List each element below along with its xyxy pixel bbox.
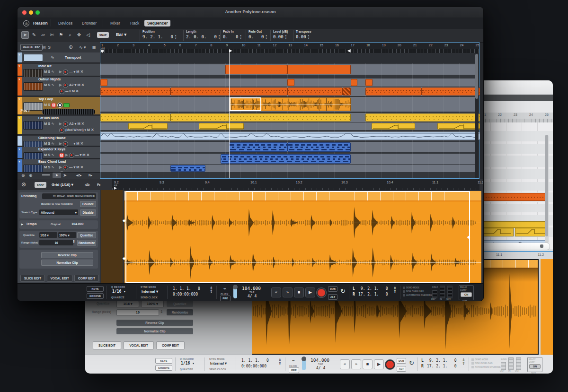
- back-vscroll-handle[interactable]: [545, 135, 548, 236]
- track-outrun-nights[interactable]: ▼Outrun NightsM S ∿▶ A2 ▾ M ✕— ▾ M ✕: [18, 77, 100, 96]
- lane-delete[interactable]: ✕: [87, 153, 89, 157]
- editor-ruler[interactable]: 9.29.39.410.110.210.310.411.111.24/4: [112, 179, 479, 191]
- clip[interactable]: [221, 154, 351, 164]
- edit-mode-tab-slice[interactable]: SLICE EDIT: [20, 275, 45, 282]
- track-fat-80s-bass[interactable]: ▼Fat 80s BassM S ∿▶ A2 ▾ M ✕(Mod Wheel) …: [18, 116, 100, 135]
- stretch-type-dropdown[interactable]: Allround▾: [39, 209, 78, 215]
- clip[interactable]: [287, 79, 294, 86]
- automation-icon[interactable]: ∿: [51, 70, 54, 74]
- stop-button[interactable]: ■: [294, 287, 304, 297]
- click-metronome-icon[interactable]: ⌁: [290, 357, 297, 364]
- clip[interactable]: [100, 113, 170, 122]
- lane-label[interactable]: — ▾: [65, 89, 71, 93]
- track-mute[interactable]: M: [44, 83, 47, 87]
- outrun-hits-lane[interactable]: [100, 78, 475, 87]
- rec-source[interactable]: A2 ▾: [69, 122, 76, 126]
- manual-rec-button[interactable]: MANUAL REC: [20, 44, 43, 51]
- ruler-tick-strip[interactable]: [100, 49, 479, 53]
- back-normalize-clip-button[interactable]: Normalize Clip: [116, 328, 193, 334]
- mute-tool-icon[interactable]: ⚑: [57, 31, 65, 39]
- track-mute[interactable]: M: [44, 153, 47, 157]
- back-quantize-strength[interactable]: 100% ▾: [141, 301, 164, 307]
- rec-source[interactable]: — ▾: [69, 70, 75, 74]
- lane-mute[interactable]: M: [72, 89, 75, 93]
- track-mute[interactable]: M: [44, 70, 47, 74]
- editor-snap-button[interactable]: SNAP: [35, 182, 46, 188]
- zoom-f-control[interactable]: F▸: [89, 174, 92, 177]
- record-arm-icon[interactable]: [63, 83, 68, 88]
- bcl-sub-lane[interactable]: [100, 165, 475, 172]
- track-top-loop[interactable]: ▼Top LoopM S ⚄𝄢 IN ▾: [18, 97, 100, 115]
- clip[interactable]: [365, 79, 373, 86]
- track-mute[interactable]: M: [44, 165, 47, 169]
- tempo-fold-icon[interactable]: ▶: [21, 223, 23, 226]
- signature-display[interactable]: 4/ 4: [248, 294, 257, 298]
- clip[interactable]: [170, 165, 205, 172]
- arrangement-area[interactable]: 1234567891011121314151617181920212223242…: [100, 42, 479, 179]
- hand-tool-icon[interactable]: ✥: [75, 31, 83, 39]
- back-quantize-value[interactable]: 1/16 ▾: [116, 301, 139, 307]
- clip[interactable]: [100, 87, 170, 96]
- dub-button[interactable]: DUB: [397, 358, 406, 364]
- back-randomize-button[interactable]: Randomize: [167, 309, 193, 315]
- clip[interactable]: [287, 142, 350, 152]
- lane-mute[interactable]: M: [82, 153, 85, 157]
- range-value-field[interactable]: 16: [39, 240, 73, 245]
- track-mute[interactable]: M: [44, 141, 47, 146]
- clip[interactable]: [100, 132, 480, 140]
- delay-comp-on-button[interactable]: ON: [529, 364, 541, 369]
- automation-icon[interactable]: ∿ ▾: [79, 45, 86, 50]
- randomize-button[interactable]: Randomize: [77, 240, 96, 246]
- lane-delete[interactable]: ✕: [81, 122, 84, 126]
- waveform-editor[interactable]: ◆ ◆ ◆: [100, 190, 483, 284]
- window-titlebar[interactable]: Another Polytone.reason: [18, 7, 483, 18]
- clip[interactable]: [229, 142, 288, 152]
- clip[interactable]: [128, 123, 167, 130]
- record-arm-icon[interactable]: [63, 70, 68, 75]
- tab-devices[interactable]: Devices: [55, 20, 75, 26]
- lane-mute[interactable]: M: [77, 122, 80, 126]
- magnify-tool-icon[interactable]: ⌕: [66, 31, 74, 39]
- clip[interactable]: [287, 87, 343, 96]
- range-stepper[interactable]: ⇕: [72, 240, 75, 244]
- grid-view-icon[interactable]: ▦: [92, 45, 96, 49]
- lane-play-icon[interactable]: ▶: [59, 122, 62, 126]
- tempo-value[interactable]: 104.000: [71, 222, 83, 226]
- loop-icon[interactable]: ↻: [340, 287, 346, 295]
- add-track-icon[interactable]: ⊕: [69, 44, 73, 50]
- indie-kit-lane[interactable]: [100, 64, 475, 75]
- clip[interactable]: [287, 65, 350, 74]
- edit-mode-tab-comp[interactable]: COMP EDIT: [74, 275, 99, 282]
- zoom-out-icon[interactable]: ⊖: [21, 173, 25, 178]
- solo-all-button[interactable]: S: [48, 45, 51, 50]
- selection-tool-icon[interactable]: ➤: [21, 31, 29, 39]
- slider-knob[interactable]: [233, 285, 238, 289]
- clip[interactable]: [372, 123, 415, 130]
- position-time-value[interactable]: 0:00:00:000: [241, 364, 266, 368]
- back-edit-tab-vocal[interactable]: VOCAL EDIT: [124, 341, 154, 349]
- eraser-tool-icon[interactable]: ▱: [39, 31, 47, 39]
- record-button[interactable]: [317, 288, 326, 297]
- lane-play-icon[interactable]: ▶: [59, 83, 62, 87]
- field-value[interactable]: 0. 0▴▾: [223, 34, 247, 40]
- tab-browser[interactable]: Browser: [79, 20, 99, 26]
- transport-lane[interactable]: [100, 53, 475, 63]
- track-fold-icon[interactable]: ▼: [18, 137, 21, 139]
- track-mute[interactable]: M: [44, 103, 47, 107]
- glistening-lane[interactable]: [100, 131, 475, 140]
- play-button[interactable]: ▶: [374, 359, 384, 369]
- selected-clip-region[interactable]: [230, 97, 262, 111]
- keys-button[interactable]: KEYS: [87, 286, 104, 292]
- lane-mute[interactable]: M: [76, 141, 79, 146]
- editor-zoom-f[interactable]: F▸: [97, 183, 101, 187]
- clip[interactable]: [343, 87, 350, 96]
- record-arm-icon[interactable]: [63, 165, 68, 170]
- click-level-slider[interactable]: [233, 286, 237, 298]
- position-steppers[interactable]: ⇕⇕: [210, 287, 213, 293]
- track-size-small-icon[interactable]: [42, 174, 50, 175]
- track-solo[interactable]: S: [48, 165, 50, 169]
- bcl-main-lane[interactable]: [100, 154, 475, 164]
- clip-right-handle[interactable]: ◆: [467, 235, 470, 239]
- stepper-icon[interactable]: ▴▾: [308, 34, 310, 40]
- automation-icon[interactable]: ∿: [51, 153, 54, 157]
